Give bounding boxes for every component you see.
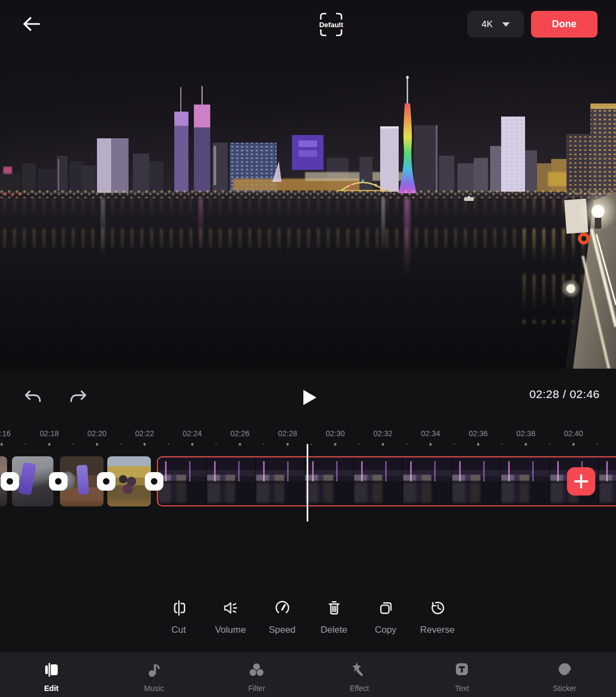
nav-tab-sticker[interactable]: Sticker: [514, 652, 616, 697]
reverse-button[interactable]: Reverse: [412, 598, 463, 635]
delete-icon: [324, 598, 344, 618]
transition-dot-icon: [7, 478, 13, 485]
clip-tools-row: Cut Volume Speed: [0, 598, 616, 635]
bottom-nav: Edit Music Filter Effect: [0, 652, 616, 697]
playhead[interactable]: [307, 444, 308, 522]
edit-icon: [41, 660, 61, 680]
tool-label: Reverse: [420, 625, 454, 635]
tool-label: Copy: [375, 625, 397, 635]
playback-controls: 02:28 / 02:46: [0, 381, 616, 430]
done-button[interactable]: Done: [531, 11, 597, 38]
nav-tab-edit[interactable]: Edit: [0, 652, 103, 697]
resolution-label: 4K: [481, 19, 493, 30]
river-water: [0, 195, 616, 369]
redo-icon: [68, 386, 89, 407]
chevron-down-icon: [502, 22, 510, 27]
play-button[interactable]: [299, 387, 321, 408]
skyline-center: [359, 117, 572, 192]
nav-label: Music: [144, 684, 164, 693]
volume-icon: [221, 598, 241, 618]
speed-button[interactable]: Speed: [257, 598, 308, 635]
transition-dot-icon: [151, 478, 157, 485]
copy-icon: [376, 598, 396, 618]
back-arrow-icon: [21, 14, 42, 34]
clip-thumbnail-selected[interactable]: [157, 456, 616, 506]
filter-icon: [247, 660, 266, 680]
reverse-icon: [428, 598, 448, 618]
redo-button[interactable]: [66, 386, 90, 408]
transition-button[interactable]: [1, 472, 19, 491]
back-button[interactable]: [20, 14, 44, 35]
transition-button[interactable]: [145, 472, 163, 491]
cityscape-scene: [0, 0, 616, 369]
nav-label: Sticker: [553, 684, 576, 693]
speed-icon: [272, 598, 292, 618]
nav-label: Edit: [44, 684, 58, 693]
copy-button[interactable]: Copy: [360, 598, 412, 635]
effect-icon: [350, 660, 369, 680]
cut-button[interactable]: Cut: [153, 598, 205, 635]
delete-button[interactable]: Delete: [308, 598, 360, 635]
undo-button[interactable]: [21, 386, 45, 408]
transition-button[interactable]: [49, 472, 68, 491]
tool-label: Volume: [215, 625, 246, 635]
tool-label: Cut: [172, 625, 186, 635]
nav-label: Effect: [350, 684, 369, 693]
volume-button[interactable]: Volume: [205, 598, 257, 635]
play-icon: [303, 390, 316, 405]
time-display: 02:28 / 02:46: [529, 388, 600, 401]
nav-tab-effect[interactable]: Effect: [308, 652, 411, 697]
music-icon: [144, 660, 164, 680]
nav-label: Filter: [248, 684, 265, 693]
timeline-track[interactable]: [0, 436, 616, 528]
skyline-right: [566, 103, 616, 197]
nav-tab-text[interactable]: Text: [411, 652, 514, 697]
skyline-left: [0, 86, 403, 193]
top-bar: Default 4K Done: [0, 0, 616, 49]
preset-label: Default: [319, 21, 343, 29]
cut-icon: [169, 598, 189, 618]
tool-label: Delete: [320, 625, 347, 635]
transition-dot-icon: [103, 478, 109, 485]
transition-dot-icon: [55, 478, 62, 485]
video-editor-screen: Default 4K Done 02:28 / 02:46: [0, 0, 616, 697]
video-preview[interactable]: [0, 0, 616, 369]
sticker-icon: [555, 660, 575, 680]
nav-tab-filter[interactable]: Filter: [205, 652, 308, 697]
resolution-dropdown[interactable]: 4K: [467, 11, 524, 38]
add-clip-button[interactable]: [567, 467, 595, 496]
undo-icon: [22, 386, 44, 407]
nav-tab-music[interactable]: Music: [103, 652, 206, 697]
transition-button[interactable]: [97, 472, 115, 491]
nav-label: Text: [455, 684, 469, 693]
text-icon: [452, 660, 472, 680]
preset-frame-button[interactable]: Default: [318, 11, 344, 38]
tool-label: Speed: [269, 625, 295, 635]
